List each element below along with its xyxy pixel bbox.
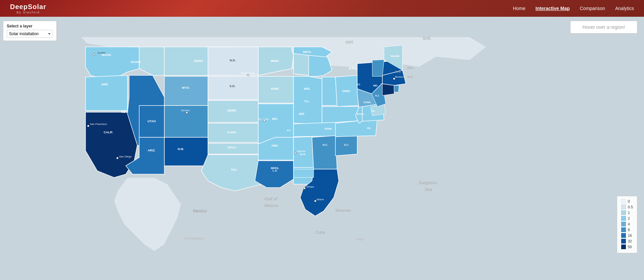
svg-text:VA.: VA. bbox=[367, 127, 371, 130]
svg-text:ILL.: ILL. bbox=[305, 99, 310, 103]
legend-swatch-0 bbox=[621, 199, 626, 204]
svg-text:Haiti: Haiti bbox=[357, 237, 364, 241]
svg-text:KANS.: KANS. bbox=[227, 131, 237, 134]
svg-text:N.S.: N.S. bbox=[408, 75, 414, 79]
svg-text:San Francisco: San Francisco bbox=[90, 123, 107, 126]
svg-text:KY.: KY. bbox=[287, 129, 291, 132]
map-container: ONT. QUE. N.B. P.E.I. N.S. Sargasso Sea … bbox=[0, 0, 644, 280]
svg-text:ONT.: ONT. bbox=[345, 40, 354, 44]
legend-swatch-8 bbox=[621, 244, 626, 249]
legend-label-4: 4 bbox=[628, 222, 630, 226]
svg-text:Denver: Denver bbox=[181, 109, 190, 112]
svg-text:MD.: MD. bbox=[373, 84, 378, 87]
svg-text:L.A.: L.A. bbox=[272, 169, 277, 172]
svg-text:MINN.: MINN. bbox=[271, 59, 279, 63]
svg-text:QUE.: QUE. bbox=[423, 36, 432, 40]
logo: DeepSolar By Stanford bbox=[10, 3, 46, 14]
svg-marker-13 bbox=[208, 76, 258, 100]
svg-point-104 bbox=[93, 53, 95, 55]
svg-text:Sea: Sea bbox=[424, 187, 432, 192]
svg-text:N.M.: N.M. bbox=[178, 147, 184, 151]
svg-text:San Diego: San Diego bbox=[119, 155, 132, 158]
svg-marker-11 bbox=[164, 137, 208, 166]
svg-text:MICH.: MICH. bbox=[303, 50, 312, 54]
legend-label-0: 0 bbox=[628, 199, 630, 203]
legend-label-5: 8 bbox=[628, 228, 630, 232]
svg-text:IND.: IND. bbox=[299, 112, 305, 116]
map-svg: ONT. QUE. N.B. P.E.I. N.S. Sargasso Sea … bbox=[0, 17, 644, 280]
legend-item-3: 2 bbox=[621, 216, 633, 221]
svg-text:Seattle: Seattle bbox=[97, 51, 106, 54]
svg-text:UTAH: UTAH bbox=[148, 120, 156, 123]
logo-sub: By Stanford bbox=[16, 11, 40, 14]
svg-text:Gulf of: Gulf of bbox=[264, 196, 278, 201]
legend-item-0: 0 bbox=[621, 199, 633, 204]
svg-marker-2 bbox=[86, 75, 127, 111]
legend-item-5: 8 bbox=[621, 227, 633, 232]
svg-text:WIS.: WIS. bbox=[304, 87, 311, 90]
svg-point-108 bbox=[116, 157, 118, 159]
svg-marker-33 bbox=[312, 136, 337, 169]
legend-label-2: 1 bbox=[628, 211, 630, 215]
svg-text:N.J.: N.J. bbox=[375, 94, 380, 97]
svg-point-106 bbox=[87, 125, 89, 127]
svg-marker-44 bbox=[394, 85, 399, 92]
legend-item-7: 32 bbox=[621, 239, 633, 243]
legend-swatch-4 bbox=[621, 222, 626, 226]
legend-item-2: 1 bbox=[621, 210, 633, 215]
svg-text:N.B.: N.B. bbox=[395, 70, 401, 74]
svg-text:MO.: MO. bbox=[272, 117, 278, 121]
svg-text:Minneapolis: Minneapolis bbox=[241, 72, 255, 75]
legend-label-8: 50 bbox=[628, 245, 632, 249]
svg-marker-28 bbox=[322, 77, 337, 106]
nav-comparison[interactable]: Comparison bbox=[580, 6, 605, 11]
svg-text:PA.: PA. bbox=[371, 110, 376, 113]
legend-label-7: 32 bbox=[628, 239, 632, 243]
svg-point-122 bbox=[314, 200, 316, 202]
svg-text:ARK.: ARK. bbox=[271, 144, 279, 147]
legend-label-6: 16 bbox=[628, 233, 632, 237]
svg-marker-7 bbox=[164, 76, 208, 106]
layer-selector-label: Select a layer bbox=[7, 24, 53, 28]
svg-text:ARIZ.: ARIZ. bbox=[148, 149, 156, 152]
svg-text:S.D.: S.D. bbox=[229, 84, 235, 88]
svg-text:MONT.: MONT. bbox=[194, 59, 204, 63]
legend-swatch-5 bbox=[621, 227, 626, 232]
nav-home[interactable]: Home bbox=[513, 6, 525, 11]
svg-text:TENN.: TENN. bbox=[324, 127, 332, 130]
svg-text:Tampa: Tampa bbox=[306, 185, 314, 188]
legend-swatch-1 bbox=[621, 205, 626, 209]
svg-text:Cuba: Cuba bbox=[315, 230, 325, 235]
svg-text:IDAHO: IDAHO bbox=[131, 60, 141, 64]
svg-marker-48 bbox=[293, 169, 314, 178]
layer-selector-dropdown[interactable]: Solar installationSolar capacityIncomeTe… bbox=[7, 30, 53, 38]
svg-text:ALA.: ALA. bbox=[300, 153, 306, 156]
svg-text:S.C.: S.C. bbox=[344, 143, 349, 146]
header: DeepSolar By Stanford Home Interactive M… bbox=[0, 0, 644, 17]
svg-text:N.Y.: N.Y. bbox=[349, 67, 355, 70]
svg-text:NEBR.: NEBR. bbox=[227, 109, 237, 112]
svg-text:W.VA.: W.VA. bbox=[357, 113, 364, 116]
svg-text:Boston: Boston bbox=[395, 75, 404, 78]
main-nav: Home Interactive Map Comparison Analytic… bbox=[513, 6, 634, 11]
nav-analytics[interactable]: Analytics bbox=[615, 6, 634, 11]
svg-text:OKLA.: OKLA. bbox=[227, 146, 237, 149]
legend-swatch-2 bbox=[621, 210, 626, 215]
nav-interactive-map[interactable]: Interactive Map bbox=[536, 6, 570, 11]
legend-panel: 0 0.5 1 2 4 8 16 32 50 bbox=[617, 196, 637, 253]
legend-item-1: 0.5 bbox=[621, 205, 633, 209]
logo-main: DeepSolar bbox=[10, 3, 46, 11]
svg-text:Mexico: Mexico bbox=[193, 208, 207, 213]
svg-text:Guadalajara: Guadalajara bbox=[184, 236, 204, 240]
svg-point-116 bbox=[294, 152, 296, 154]
legend-swatch-7 bbox=[621, 239, 626, 243]
svg-text:P.E.I.: P.E.I. bbox=[408, 66, 415, 70]
svg-text:N.D.: N.D. bbox=[230, 59, 236, 62]
layer-selector-panel: Select a layer Solar installationSolar c… bbox=[3, 21, 57, 41]
svg-text:ORE.: ORE. bbox=[101, 83, 109, 86]
svg-text:CONN.: CONN. bbox=[364, 101, 371, 103]
svg-text:Miami: Miami bbox=[317, 198, 324, 201]
svg-point-120 bbox=[304, 187, 306, 189]
svg-text:St. Louis: St. Louis bbox=[258, 118, 269, 121]
legend-swatch-6 bbox=[621, 233, 626, 238]
